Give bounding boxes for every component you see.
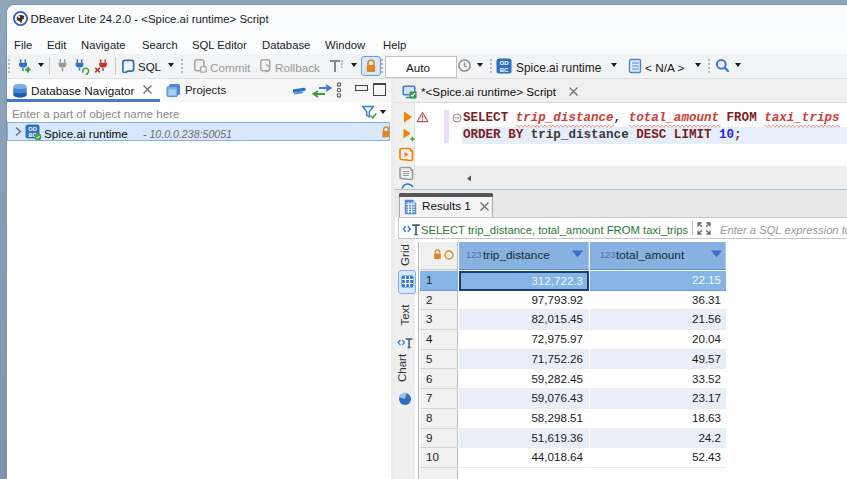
svg-text:OD: OD [28,125,36,131]
svg-text:OD: OD [500,60,510,66]
svg-text:BC: BC [500,67,509,73]
